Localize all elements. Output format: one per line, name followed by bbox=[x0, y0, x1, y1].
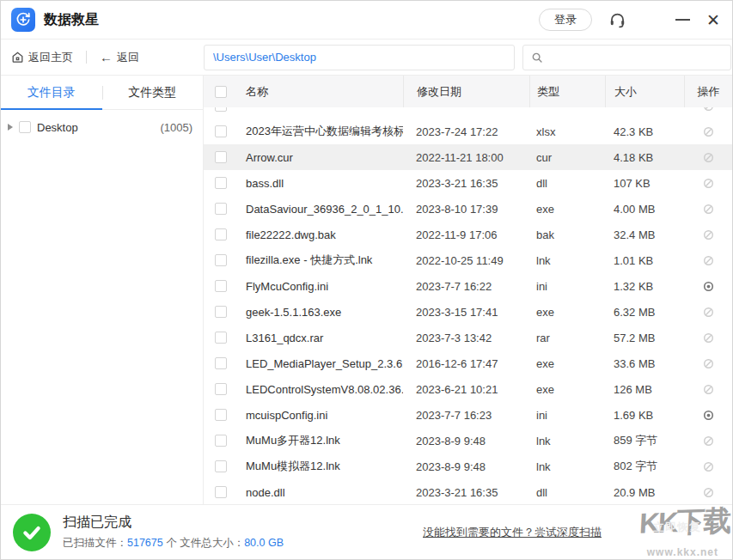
expand-triangle-icon[interactable] bbox=[8, 124, 13, 131]
preview-disabled-eye-icon[interactable] bbox=[702, 332, 715, 344]
column-header-type: 类型 bbox=[529, 76, 605, 107]
search-box[interactable] bbox=[522, 45, 731, 70]
row-checkbox[interactable] bbox=[215, 409, 227, 421]
preview-disabled-eye-icon[interactable] bbox=[702, 460, 715, 473]
file-type: bak bbox=[529, 222, 605, 247]
file-size: 859 字节 bbox=[605, 428, 684, 453]
file-name: node.dll bbox=[236, 479, 403, 504]
row-checkbox[interactable] bbox=[215, 254, 227, 266]
table-row[interactable]: bass.dll2023-3-21 16:35dll107 KB bbox=[204, 170, 732, 196]
table-row[interactable]: file22222.dwg.bak2022-11-9 17:06bak32.4 … bbox=[204, 222, 732, 247]
preview-disabled-eye-icon[interactable] bbox=[702, 254, 715, 267]
file-table: 名称修改日期类型大小操作 2023年运营中心数据编辑考核标准.2023-7-24… bbox=[204, 76, 732, 504]
file-date: 2023-8-9 9:48 bbox=[403, 428, 529, 453]
back-home-button[interactable]: 返回主页 bbox=[11, 50, 73, 65]
table-row[interactable]: DataSaviour_36936_2_0_1_10.exe2023-8-10 … bbox=[204, 196, 732, 222]
table-row[interactable]: LED_MediaPlayer_Setup_2.3.6.6...2016-12-… bbox=[204, 350, 732, 376]
row-checkbox[interactable] bbox=[215, 203, 227, 215]
sidebar-tabs: 文件目录文件类型 bbox=[1, 76, 203, 110]
operation-cell bbox=[684, 107, 732, 119]
tree-item-count: (1005) bbox=[160, 121, 192, 134]
menu-icon[interactable] bbox=[643, 16, 659, 23]
deep-scan-link[interactable]: 没能找到需要的文件？尝试深度扫描 bbox=[423, 525, 602, 540]
checkbox-cell bbox=[204, 453, 236, 479]
file-name bbox=[236, 107, 403, 119]
recover-now-button[interactable]: 立即恢复 bbox=[653, 520, 701, 535]
operation-cell bbox=[684, 196, 732, 222]
status-bar: 扫描已完成 已扫描文件：517675 个 文件总大小：80.0 GB 没能找到需… bbox=[1, 504, 732, 559]
preview-disabled-eye-icon[interactable] bbox=[702, 435, 715, 447]
table-row[interactable]: Arrow.cur2022-11-21 18:00cur4.18 KB bbox=[204, 144, 732, 170]
table-row[interactable]: geek-1.5.1.163.exe2023-3-15 17:41exe6.32… bbox=[204, 299, 732, 325]
file-date bbox=[403, 107, 529, 119]
row-checkbox[interactable] bbox=[215, 107, 227, 112]
table-row[interactable]: filezilla.exe - 快捷方式.lnk2022-10-25 11:49… bbox=[204, 247, 732, 273]
row-checkbox[interactable] bbox=[215, 151, 227, 163]
table-row[interactable]: FlyMcuConfig.ini2023-7-7 16:22ini1.32 KB bbox=[204, 273, 732, 299]
preview-disabled-eye-icon[interactable] bbox=[702, 357, 715, 370]
watermark-site-url: www.kkx.net bbox=[647, 546, 718, 558]
desktop-checkbox[interactable] bbox=[19, 121, 31, 133]
row-checkbox[interactable] bbox=[215, 435, 227, 447]
row-checkbox[interactable] bbox=[215, 460, 227, 472]
row-checkbox[interactable] bbox=[215, 280, 227, 292]
file-size: 33.6 MB bbox=[605, 350, 684, 376]
preview-disabled-eye-icon[interactable] bbox=[702, 107, 715, 113]
file-date: 2023-7-3 13:42 bbox=[403, 325, 529, 350]
preview-disabled-eye-icon[interactable] bbox=[702, 203, 715, 216]
preview-disabled-eye-icon[interactable] bbox=[702, 151, 715, 164]
file-type: lnk bbox=[529, 453, 605, 479]
preview-disabled-eye-icon[interactable] bbox=[702, 125, 715, 138]
row-checkbox[interactable] bbox=[215, 383, 227, 395]
row-checkbox[interactable] bbox=[215, 177, 227, 189]
search-input[interactable] bbox=[549, 51, 723, 64]
row-checkbox[interactable] bbox=[215, 332, 227, 344]
path-input[interactable] bbox=[204, 45, 515, 70]
preview-disabled-eye-icon[interactable] bbox=[702, 228, 715, 241]
row-checkbox[interactable] bbox=[215, 228, 227, 240]
table-row[interactable]: node.dll2023-3-21 16:35dll20.9 MB bbox=[204, 479, 732, 504]
preview-disabled-eye-icon[interactable] bbox=[702, 486, 715, 499]
support-headset-icon[interactable] bbox=[608, 11, 626, 29]
column-header-size: 大小 bbox=[605, 76, 684, 107]
file-size: 1.69 KB bbox=[605, 402, 684, 428]
back-button[interactable]: ← 返回 bbox=[100, 50, 139, 65]
preview-disabled-eye-icon[interactable] bbox=[702, 383, 715, 396]
column-header-op: 操作 bbox=[684, 76, 732, 107]
checkbox-cell bbox=[204, 325, 236, 350]
file-date: 2023-3-21 16:35 bbox=[403, 170, 529, 196]
tab-file-type[interactable]: 文件类型 bbox=[102, 76, 204, 109]
file-type: exe bbox=[529, 376, 605, 402]
select-all-checkbox[interactable] bbox=[215, 86, 227, 98]
file-name: LEDControlSystemV8.08.02.36.e.. bbox=[236, 376, 403, 402]
table-row[interactable]: L3161_qdcx.rar2023-7-3 13:42rar57.2 MB bbox=[204, 325, 732, 350]
file-name: file22222.dwg.bak bbox=[236, 222, 403, 247]
title-bar: 数据救星 登录 ✕ bbox=[1, 1, 732, 39]
table-row-clipped[interactable] bbox=[204, 107, 732, 119]
total-size-label: 个 文件总大小： bbox=[163, 537, 244, 549]
preview-disabled-eye-icon[interactable] bbox=[702, 306, 715, 319]
operation-cell bbox=[684, 273, 732, 299]
row-checkbox[interactable] bbox=[215, 486, 227, 498]
file-size: 32.4 MB bbox=[605, 222, 684, 247]
search-icon bbox=[531, 52, 543, 64]
table-row[interactable]: LEDControlSystemV8.08.02.36.e..2023-6-21… bbox=[204, 376, 732, 402]
preview-eye-icon[interactable] bbox=[702, 280, 715, 293]
close-button[interactable]: ✕ bbox=[706, 12, 720, 28]
row-checkbox[interactable] bbox=[215, 357, 227, 369]
table-row[interactable]: 2023年运营中心数据编辑考核标准.2023-7-24 17:22xlsx42.… bbox=[204, 119, 732, 144]
table-row[interactable]: MuMu多开器12.lnk2023-8-9 9:48lnk859 字节 bbox=[204, 428, 732, 453]
preview-disabled-eye-icon[interactable] bbox=[702, 177, 715, 190]
table-row[interactable]: MuMu模拟器12.lnk2023-8-9 9:48lnk802 字节 bbox=[204, 453, 732, 479]
tree-item-desktop[interactable]: Desktop (1005) bbox=[1, 114, 203, 140]
table-row[interactable]: mcuispConfig.ini2023-7-7 16:23ini1.69 KB bbox=[204, 402, 732, 428]
row-checkbox[interactable] bbox=[215, 125, 227, 137]
login-button[interactable]: 登录 bbox=[539, 9, 592, 31]
file-size: 4.00 MB bbox=[605, 196, 684, 222]
checkbox-cell bbox=[204, 196, 236, 222]
operation-cell bbox=[684, 428, 732, 453]
tab-file-directory[interactable]: 文件目录 bbox=[1, 76, 102, 109]
row-checkbox[interactable] bbox=[215, 306, 227, 318]
preview-eye-icon[interactable] bbox=[702, 409, 715, 422]
minimize-button[interactable] bbox=[675, 19, 690, 21]
